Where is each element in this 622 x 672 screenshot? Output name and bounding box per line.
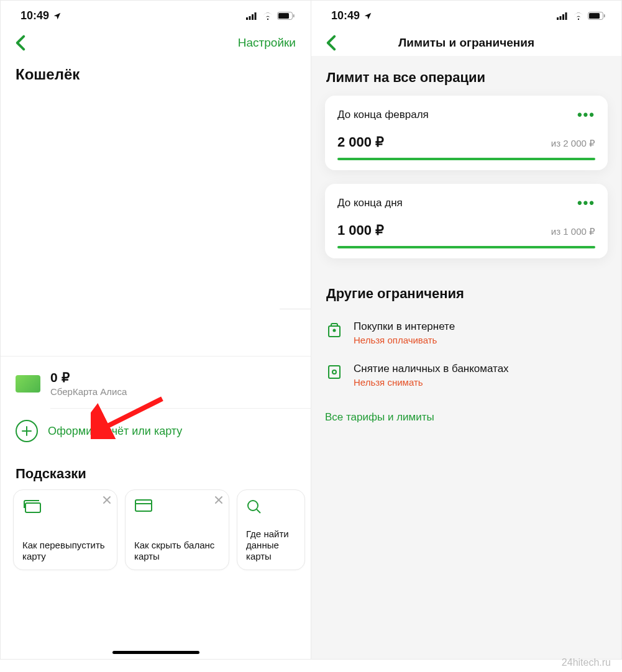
status-time: 10:49 [21,9,49,22]
tip-text: Где найти данные карты [246,529,296,562]
restriction-item[interactable]: Снятие наличных в банкоматах Нельзя сним… [325,354,608,396]
restriction-title: Покупки в интернете [354,320,455,333]
battery-icon [277,12,295,20]
chevron-left-icon [326,35,336,51]
tip-card[interactable]: Как скрыть баланс карты [125,489,229,570]
limit-card-day[interactable]: До конца дня ••• 1 000 ₽ из 1 000 ₽ [325,184,608,258]
restriction-item[interactable]: Покупки в интернете Нельзя оплачивать [325,312,608,354]
svg-rect-11 [25,503,40,512]
back-button[interactable] [16,35,25,51]
card-item[interactable]: 0 ₽ СберКарта Алиса [1,356,311,408]
wifi-icon [573,12,584,20]
nav-bar: Настройки [1,29,311,56]
location-icon [364,12,372,20]
limit-current: 2 000 ₽ [337,134,384,150]
svg-rect-21 [560,16,562,20]
svg-rect-1 [249,16,251,20]
svg-rect-14 [135,500,152,511]
tip-card[interactable]: Как перевыпустить карту [13,489,117,570]
atm-icon [325,363,344,380]
close-icon[interactable] [102,495,112,507]
limit-card-month[interactable]: До конца февраля ••• 2 000 ₽ из 2 000 ₽ [325,96,608,170]
progress-bar [337,158,595,160]
shopping-bag-icon [325,320,344,338]
all-tariffs-link[interactable]: Все тарифы и лимиты [325,396,608,438]
section-title: Другие ограничения [325,272,608,312]
svg-rect-25 [589,13,600,19]
restriction-status: Нельзя снимать [354,377,509,388]
wallet-screen: 10:49 Настройки Кошелёк 0 ₽ СберКарта Ал… [0,0,311,660]
tip-text: Как перевыпустить карту [22,540,108,562]
svg-point-30 [332,370,336,374]
svg-rect-2 [252,14,254,20]
limit-label: До конца февраля [337,109,429,121]
add-account-label: Оформить счёт или карту [48,425,182,438]
cellular-icon [246,12,258,20]
more-icon[interactable]: ••• [577,107,595,123]
section-title: Лимит на все операции [325,56,608,96]
back-button[interactable] [326,35,336,51]
card-balance: 0 ₽ [50,370,127,385]
cards-icon [22,499,108,516]
cellular-icon [557,12,569,20]
tip-text: Как скрыть баланс карты [134,540,220,562]
limit-current: 1 000 ₽ [337,222,384,238]
nav-bar: Лимиты и ограничения [311,29,621,56]
svg-rect-20 [557,17,559,20]
wifi-icon [262,12,273,20]
close-icon[interactable] [214,495,224,507]
settings-button[interactable]: Настройки [238,36,296,50]
page-title: Кошелёк [1,56,311,89]
search-icon [246,499,296,517]
svg-rect-5 [278,13,289,19]
svg-rect-26 [604,14,605,17]
more-icon[interactable]: ••• [577,195,595,211]
location-icon [53,12,62,20]
svg-rect-22 [562,14,564,20]
tip-card[interactable]: Где найти данные карты [237,489,305,570]
card-icon [134,499,220,515]
svg-line-17 [257,509,260,513]
card-name: СберКарта Алиса [50,386,127,397]
status-bar: 10:49 [311,1,621,29]
status-time: 10:49 [331,9,360,22]
svg-rect-6 [293,14,295,17]
svg-point-28 [334,330,336,332]
limit-max: из 1 000 ₽ [551,226,595,237]
svg-rect-3 [255,12,257,20]
limit-label: До конца дня [337,197,403,209]
progress-bar [337,246,595,248]
empty-area [1,89,311,356]
restriction-status: Нельзя оплачивать [354,335,455,345]
chevron-left-icon [16,35,25,51]
limits-screen: 10:49 Лимиты и ограничения Лимит на все … [311,0,622,660]
home-indicator[interactable] [1,651,311,659]
restriction-title: Снятие наличных в банкоматах [354,363,509,375]
svg-rect-0 [246,17,248,20]
page-title: Лимиты и ограничения [336,36,597,50]
limit-max: из 2 000 ₽ [551,138,595,149]
watermark: 24hitech.ru [562,657,611,668]
tips-title: Подсказки [1,455,311,489]
battery-icon [588,12,605,20]
card-icon [16,375,40,393]
status-bar: 10:49 [1,1,311,29]
add-account-button[interactable]: Оформить счёт или карту [1,409,311,455]
tips-carousel[interactable]: Как перевыпустить карту Как скрыть балан… [1,489,311,570]
svg-rect-23 [565,12,567,20]
plus-icon [16,420,38,442]
svg-point-16 [248,501,258,511]
svg-rect-29 [329,366,340,378]
